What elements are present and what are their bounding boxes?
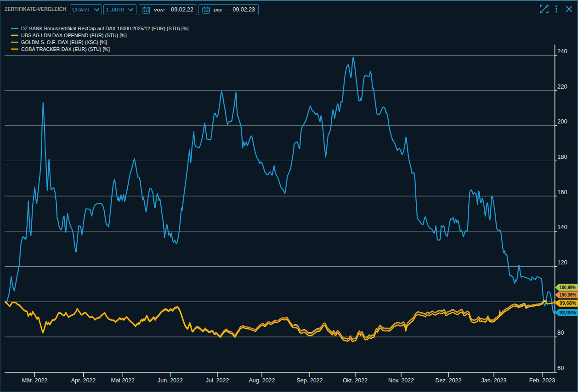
svg-text:Jun. 2022: Jun. 2022: [158, 377, 183, 384]
svg-text:160: 160: [557, 189, 567, 196]
svg-text:Apr. 2022: Apr. 2022: [71, 377, 96, 384]
svg-text:120: 120: [557, 259, 567, 266]
svg-text:UBS AG LDN DAX OPENEND (EUR) (: UBS AG LDN DAX OPENEND (EUR) (STU) [%]: [21, 33, 127, 38]
svg-text:200: 200: [557, 118, 567, 125]
svg-text:140: 140: [557, 224, 567, 230]
svg-text:DZ BANK Bonuszertifikat RevCap: DZ BANK Bonuszertifikat RevCap auf DAX 1…: [21, 26, 188, 31]
svg-text:240: 240: [557, 48, 567, 55]
svg-text:COBA TRACKER DAX (EUR) (STU) [: COBA TRACKER DAX (EUR) (STU) [%]: [21, 46, 110, 52]
svg-text:60: 60: [557, 364, 564, 371]
svg-text:Jul. 2022: Jul. 2022: [206, 377, 229, 384]
svg-text:80: 80: [557, 329, 564, 336]
svg-text:Feb. 2023: Feb. 2023: [529, 377, 555, 384]
svg-text:100,99%: 100,99%: [560, 285, 577, 290]
svg-text:Okt. 2022: Okt. 2022: [343, 377, 368, 384]
svg-text:Jan. 2023: Jan. 2023: [482, 377, 507, 384]
svg-text:99,68%: 99,68%: [560, 300, 577, 306]
svg-text:Sep. 2022: Sep. 2022: [297, 377, 323, 384]
svg-text:220: 220: [557, 83, 567, 90]
svg-text:180: 180: [557, 153, 567, 160]
svg-text:Mai 2022: Mai 2022: [111, 377, 135, 384]
svg-text:GOLDM.S. O.E. DAX (EUR) (XSC): GOLDM.S. O.E. DAX (EUR) (XSC) [%]: [21, 39, 107, 45]
svg-text:100,36%: 100,36%: [560, 292, 577, 297]
svg-text:Mär. 2022: Mär. 2022: [22, 377, 48, 384]
svg-text:Aug. 2022: Aug. 2022: [249, 377, 275, 384]
svg-text:Dez. 2022: Dez. 2022: [436, 377, 462, 384]
svg-text:93,93%: 93,93%: [560, 310, 577, 315]
svg-text:Nov. 2022: Nov. 2022: [388, 377, 414, 384]
